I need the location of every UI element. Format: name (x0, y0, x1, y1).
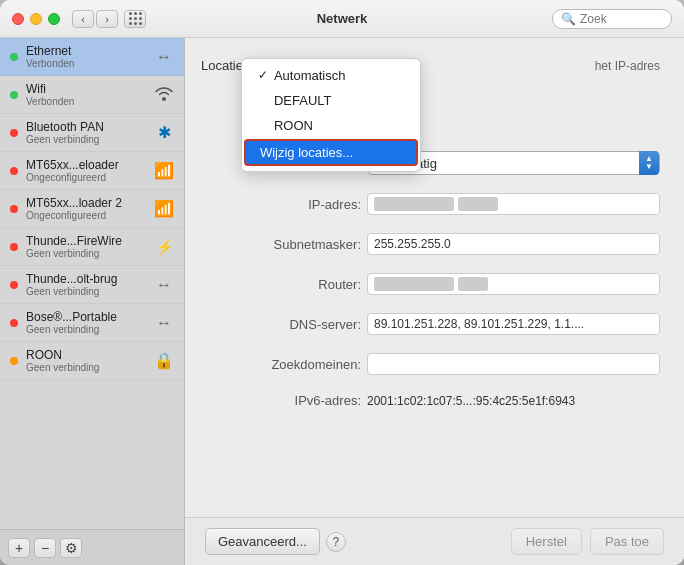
sidebar-item-mt65xx-eloader[interactable]: MT65xx...eloader Ongeconfigureerd 📶 (0, 152, 184, 190)
remove-network-button[interactable]: − (34, 538, 56, 558)
lock-icon: 🔒 (154, 351, 174, 370)
dropdown-item-label: DEFAULT (274, 93, 332, 108)
ethernet-icon: ↔ (154, 48, 174, 66)
minimize-button[interactable] (30, 13, 42, 25)
sidebar-item-bluetooth[interactable]: Bluetooth PAN Geen verbinding ✱ (0, 114, 184, 152)
main-panel: Locatie ✓ Automatisch ✓ DEFAULT (185, 38, 684, 565)
router-blurred-value (374, 277, 454, 291)
field-row-ipv6: IPv6-adres: 2001:1c02:1c07:5...:95:4c25:… (201, 393, 660, 408)
window-title: Netwerk (317, 11, 368, 26)
ip-blurred-value (374, 197, 454, 211)
subnet-input[interactable] (367, 233, 660, 255)
zoek-input[interactable] (367, 353, 660, 375)
status-dot-eloader (10, 167, 18, 175)
dns-input[interactable] (367, 313, 660, 335)
sidebar-item-mt65xx-loader2[interactable]: MT65xx...loader 2 Ongeconfigureerd 📶 (0, 190, 184, 228)
dropdown-item-label: Automatisch (274, 68, 346, 83)
cellular-icon-2: 📶 (154, 199, 174, 218)
status-dot-roon (10, 357, 18, 365)
item-name-roon: ROON (26, 348, 146, 362)
search-box[interactable]: 🔍 (552, 9, 672, 29)
apply-button[interactable]: Pas toe (590, 528, 664, 555)
wifi-icon (154, 85, 174, 105)
ipv6-label: IPv6-adres: (201, 393, 361, 408)
item-name-bridge: Thunde...olt-brug (26, 272, 146, 286)
sidebar: Ethernet Verbonden ↔ Wifi Verbonden (0, 38, 185, 565)
item-name-ethernet: Ethernet (26, 44, 146, 58)
location-label: Locatie (201, 58, 243, 73)
status-dot-ethernet (10, 53, 18, 61)
nav-buttons: ‹ › (72, 10, 118, 28)
router-blurred-value2 (458, 277, 488, 291)
item-name-bluetooth: Bluetooth PAN (26, 120, 146, 134)
item-status-bluetooth: Geen verbinding (26, 134, 146, 145)
item-status-firewire: Geen verbinding (26, 248, 146, 259)
advanced-button[interactable]: Geavanceerd... (205, 528, 320, 555)
main-content: Locatie ✓ Automatisch ✓ DEFAULT (185, 38, 684, 517)
item-status-wifi: Verbonden (26, 96, 146, 107)
item-name-bose: Bose®...Portable (26, 310, 146, 324)
sidebar-item-roon[interactable]: ROON Geen verbinding 🔒 (0, 342, 184, 380)
cellular-icon-1: 📶 (154, 161, 174, 180)
gear-button[interactable]: ⚙ (60, 538, 82, 558)
item-status-ethernet: Verbonden (26, 58, 146, 69)
main-footer: Geavanceerd... ? Herstel Pas toe (185, 517, 684, 565)
traffic-lights (12, 13, 60, 25)
sidebar-item-ethernet[interactable]: Ethernet Verbonden ↔ (0, 38, 184, 76)
back-button[interactable]: ‹ (72, 10, 94, 28)
dropdown-item-automatisch[interactable]: ✓ Automatisch (242, 63, 420, 88)
status-dot-loader2 (10, 205, 18, 213)
add-network-button[interactable]: + (8, 538, 30, 558)
dropdown-item-wijzig[interactable]: Wijzig locaties... (244, 139, 418, 166)
ip-hint: het IP-adres (595, 59, 660, 73)
firewire-icon: ⚡ (154, 239, 174, 255)
help-button[interactable]: ? (326, 532, 346, 552)
dropdown-item-default[interactable]: ✓ DEFAULT (242, 88, 420, 113)
item-name-loader2: MT65xx...loader 2 (26, 196, 146, 210)
field-row-dns: DNS-server: (201, 313, 660, 335)
ipv6-value: 2001:1c02:1c07:5...:95:4c25:5e1f:6943 (367, 394, 575, 408)
grid-button[interactable] (124, 10, 146, 28)
ip-input[interactable] (367, 193, 660, 215)
sidebar-item-bose[interactable]: Bose®...Portable Geen verbinding ↔ (0, 304, 184, 342)
location-row: Locatie ✓ Automatisch ✓ DEFAULT (201, 58, 660, 73)
zoek-label: Zoekdomeinen: (201, 357, 361, 372)
location-dropdown-menu[interactable]: ✓ Automatisch ✓ DEFAULT ✓ ROON (241, 58, 421, 172)
item-status-roon: Geen verbinding (26, 362, 146, 373)
status-dot-firewire (10, 243, 18, 251)
ip-label: IP-adres: (201, 197, 361, 212)
sidebar-item-wifi[interactable]: Wifi Verbonden (0, 76, 184, 114)
network-preferences-window: ‹ › Netwerk 🔍 Ethernet (0, 0, 684, 565)
content-area: Ethernet Verbonden ↔ Wifi Verbonden (0, 38, 684, 565)
item-status-loader2: Ongeconfigureerd (26, 210, 146, 221)
search-input[interactable] (580, 12, 663, 26)
sidebar-item-thunderbolt-bridge[interactable]: Thunde...olt-brug Geen verbinding ↔ (0, 266, 184, 304)
dns-label: DNS-server: (201, 317, 361, 332)
maximize-button[interactable] (48, 13, 60, 25)
checkmark-icon: ✓ (258, 68, 268, 82)
item-status-eloader: Ongeconfigureerd (26, 172, 146, 183)
forward-button[interactable]: › (96, 10, 118, 28)
close-button[interactable] (12, 13, 24, 25)
thunderbolt-icon: ↔ (154, 276, 174, 294)
item-name-wifi: Wifi (26, 82, 146, 96)
status-dot-bose (10, 319, 18, 327)
dropdown-item-roon[interactable]: ✓ ROON (242, 113, 420, 138)
router-input[interactable] (367, 273, 660, 295)
status-dot-wifi (10, 91, 18, 99)
item-name-eloader: MT65xx...eloader (26, 158, 146, 172)
wijzig-label: Wijzig locaties... (260, 145, 353, 160)
select-arrow-icon: ▲ ▼ (639, 151, 659, 175)
titlebar: ‹ › Netwerk 🔍 (0, 0, 684, 38)
status-dot-bridge (10, 281, 18, 289)
reset-button[interactable]: Herstel (511, 528, 582, 555)
field-row-subnet: Subnetmasker: (201, 233, 660, 255)
item-name-firewire: Thunde...FireWire (26, 234, 146, 248)
ip-blurred-value2 (458, 197, 498, 211)
field-row-ip: IP-adres: (201, 193, 660, 215)
sidebar-item-thunderbolt-firewire[interactable]: Thunde...FireWire Geen verbinding ⚡ (0, 228, 184, 266)
status-dot-bluetooth (10, 129, 18, 137)
item-status-bridge: Geen verbinding (26, 286, 146, 297)
field-row-zoek: Zoekdomeinen: (201, 353, 660, 375)
item-status-bose: Geen verbinding (26, 324, 146, 335)
